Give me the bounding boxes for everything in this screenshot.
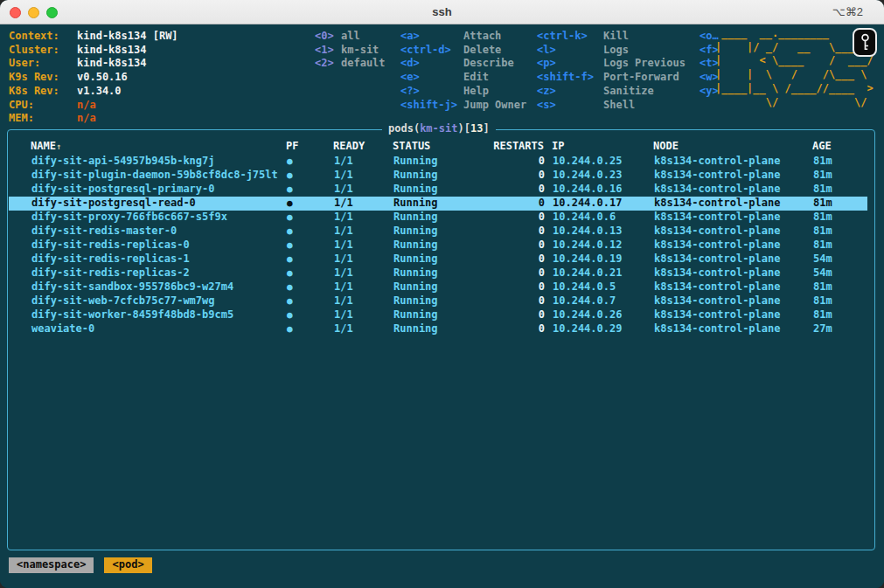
cell-ip: 10.244.0.17 [553,197,622,211]
cell-ip: 10.244.0.6 [553,211,616,225]
table-title-count: 13 [470,122,483,135]
info-row: CPU:n/a [9,99,178,113]
cell-status: Running [393,155,438,169]
cell-ready: 1/1 [334,197,353,211]
column-header-node[interactable]: NODE [653,140,679,154]
cell-ip: 10.244.0.7 [553,294,616,308]
cell-ready: 1/1 [334,308,353,322]
cell-ip: 10.244.0.13 [553,225,622,239]
pod-status-dot: ● [287,266,293,280]
table-row[interactable]: dify-sit-redis-replicas-2●1/1Running010.… [9,266,874,280]
column-header-ip[interactable]: IP [552,140,564,154]
cell-restarts: 0 [471,266,545,280]
cell-ip: 10.244.0.25 [553,155,622,169]
cell-ready: 1/1 [334,155,353,169]
cell-age: 81m [813,169,832,183]
cell-restarts: 0 [471,197,545,211]
column-header-name[interactable]: NAME↑ [31,140,61,154]
menu-column-2: <ctrl-k>Kill<l>Logs<p>Logs Previous<shif… [537,30,686,112]
cell-status: Running [393,252,438,266]
column-header-pf[interactable]: PF [286,140,298,154]
column-header-age[interactable]: AGE [812,140,832,154]
pod-status-dot: ● [287,225,293,239]
cell-age: 81m [813,211,832,225]
menu-item: <a>Attach [400,30,526,44]
cell-ready: 1/1 [334,322,353,336]
cell-ip: 10.244.0.23 [553,169,622,183]
table-row[interactable]: dify-sit-redis-replicas-1●1/1Running010.… [9,252,874,266]
pod-status-dot: ● [287,252,293,266]
info-row: Context:kind-k8s134 [RW] [9,30,178,44]
namespace-key: <1> [315,44,341,58]
cell-status: Running [393,169,438,183]
menu-key: <s> [537,99,603,113]
table-row[interactable]: dify-sit-worker-8459f48bd8-b9cm5●1/1Runn… [9,308,874,322]
menu-item: <?>Help [400,85,526,99]
table-title-bracket-open: )[ [457,122,470,135]
cell-name: dify-sit-proxy-766fb6c667-s5f9x [31,211,227,225]
cell-name: dify-sit-redis-replicas-0 [31,239,190,252]
pod-status-dot: ● [287,280,293,294]
namespace-shortcut[interactable]: <1>km-sit [315,44,386,58]
namespace-shortcut[interactable]: <2>default [315,57,386,71]
cell-age: 54m [813,266,832,280]
menu-label: Describe [463,57,514,69]
table-row[interactable]: dify-sit-web-7cfcb75c77-wm7wg●1/1Running… [9,294,874,308]
column-header-ready[interactable]: READY [333,140,365,154]
menu-key: <ctrl-k> [537,30,603,44]
column-header-status[interactable]: STATUS [393,140,430,154]
k9s-logo: ____ __.________ | |/ _/ __ \______ | < … [715,27,874,109]
cell-name: dify-sit-redis-replicas-2 [31,266,190,280]
menu-key: <a> [400,30,463,44]
cell-age: 81m [813,197,832,211]
pod-status-dot: ● [287,294,293,308]
table-row[interactable]: dify-sit-sandbox-955786bc9-w27m4●1/1Runn… [9,280,874,294]
terminal-content: Context:kind-k8s134 [RW]Cluster:kind-k8s… [0,24,884,588]
cell-age: 54m [813,252,832,266]
crumb-pod[interactable]: <pod> [104,557,151,573]
table-row[interactable]: dify-sit-redis-replicas-0●1/1Running010.… [9,239,874,252]
table-row[interactable]: dify-sit-redis-master-0●1/1Running010.24… [9,225,874,239]
menu-label: Attach [463,30,501,42]
menu-label: Port-Forward [603,71,679,83]
column-header-restarts[interactable]: RESTARTS [470,140,544,154]
cell-ready: 1/1 [334,266,353,280]
table-row[interactable]: dify-sit-plugin-daemon-59b8cf8dc8-j75lt●… [9,169,874,183]
menu-key: <shift-f> [537,71,603,85]
table-row[interactable]: weaviate-0●1/1Running010.244.0.29k8s134-… [9,322,874,336]
menu-item: <ctrl-d>Delete [400,44,526,58]
cell-name: dify-sit-postgresql-read-0 [31,197,196,211]
cell-age: 27m [813,322,832,336]
cell-node: k8s134-control-plane [654,280,781,294]
table-row[interactable]: dify-sit-postgresql-primary-0●1/1Running… [9,183,874,197]
cell-name: dify-sit-worker-8459f48bd8-b9cm5 [31,308,233,322]
info-value: kind-k8s134 [77,44,146,58]
namespace-key: <2> [315,57,341,71]
cell-restarts: 0 [471,211,545,225]
crumb-namespace[interactable]: <namespace> [9,557,94,573]
menu-label: Jump Owner [463,99,526,111]
cell-name: dify-sit-api-54957b945b-kng7j [31,155,215,169]
namespace-shortcut[interactable]: <0>all [315,30,386,44]
table-row[interactable]: dify-sit-postgresql-read-0●1/1Running010… [9,197,867,211]
titlebar: ssh ⌥⌘2 [0,0,884,24]
cell-status: Running [393,239,438,252]
cell-node: k8s134-control-plane [654,225,781,239]
cell-name: dify-sit-postgresql-primary-0 [31,183,215,197]
cell-status: Running [393,280,438,294]
info-value: kind-k8s134 [RW] [77,30,178,44]
table-row[interactable]: dify-sit-api-54957b945b-kng7j●1/1Running… [9,155,874,169]
cell-restarts: 0 [471,183,545,197]
cell-node: k8s134-control-plane [654,252,781,266]
cell-restarts: 0 [471,252,545,266]
cell-ready: 1/1 [334,183,353,197]
cell-ready: 1/1 [334,239,353,252]
cell-age: 81m [813,225,832,239]
pod-status-dot: ● [287,197,293,211]
menu-item: <shift-j>Jump Owner [400,99,526,113]
cell-restarts: 0 [471,280,545,294]
cell-ip: 10.244.0.5 [553,280,616,294]
menu-label: Sanitize [603,85,654,97]
cell-ip: 10.244.0.12 [553,239,622,252]
table-row[interactable]: dify-sit-proxy-766fb6c667-s5f9x●1/1Runni… [9,211,874,225]
